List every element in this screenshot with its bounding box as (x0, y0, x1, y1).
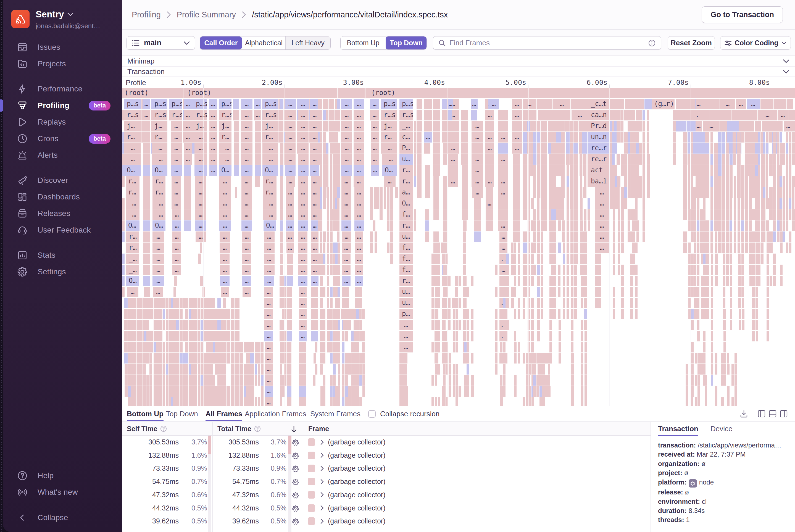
flame-bar[interactable] (694, 309, 697, 319)
flame-bar[interactable] (786, 132, 788, 142)
flame-bar[interactable] (143, 364, 146, 375)
flame-bar[interactable] (280, 221, 283, 231)
flame-bar[interactable] (345, 386, 348, 397)
flame-bar[interactable] (234, 320, 237, 330)
flame-bar[interactable] (548, 143, 551, 154)
flame-bar[interactable] (240, 342, 243, 353)
flame-bar[interactable] (189, 320, 191, 330)
flame-bar[interactable] (191, 386, 194, 397)
flame-bar[interactable] (513, 187, 520, 198)
flame-bar[interactable] (133, 320, 136, 330)
flame-bar[interactable]: j… (262, 121, 278, 132)
flame-bar[interactable] (198, 375, 200, 386)
flame-bar[interactable] (635, 309, 638, 319)
flame-bar[interactable] (185, 320, 188, 330)
flame-bar[interactable]: … (152, 253, 164, 264)
flame-bar[interactable] (261, 397, 264, 406)
flame-bar[interactable]: … (485, 110, 494, 120)
flame-bar[interactable] (523, 287, 527, 297)
flame-bar[interactable]: … (399, 320, 413, 330)
flame-bar[interactable] (341, 309, 345, 319)
flame-bar[interactable] (144, 243, 150, 253)
flame-bar[interactable] (443, 298, 447, 308)
flame-bar[interactable] (246, 342, 250, 353)
flame-bar[interactable] (745, 221, 748, 231)
flame-bar[interactable] (558, 243, 561, 253)
flame-bar[interactable] (452, 298, 455, 308)
flame-bar[interactable] (613, 221, 615, 231)
flame-bar[interactable] (156, 364, 160, 375)
flame-bar[interactable] (169, 298, 171, 308)
flame-bar[interactable] (718, 221, 721, 231)
flame-bar[interactable] (777, 221, 779, 231)
flame-bar[interactable] (320, 253, 323, 264)
flame-bar[interactable] (711, 342, 713, 353)
flame-bar[interactable] (537, 143, 540, 154)
flame-bar[interactable]: … (736, 99, 746, 109)
flame-bar[interactable] (758, 165, 760, 176)
flame-bar[interactable]: (root) (122, 88, 183, 98)
flame-bar[interactable] (779, 143, 782, 154)
flame-bar[interactable] (330, 176, 332, 187)
flame-bar[interactable] (149, 375, 152, 386)
flame-bar[interactable] (169, 364, 171, 375)
tab-all-frames[interactable]: All Frames (206, 406, 242, 421)
flame-bar[interactable] (551, 187, 556, 198)
flame-bar[interactable] (144, 287, 150, 297)
flame-bar[interactable] (559, 320, 561, 330)
flame-bar[interactable] (201, 298, 203, 308)
flame-bar[interactable]: … (219, 221, 231, 231)
flame-bar[interactable] (632, 121, 635, 132)
flame-bar[interactable] (705, 253, 709, 264)
flame-bar[interactable] (632, 110, 635, 120)
flame-bar[interactable] (639, 154, 642, 165)
flame-bar[interactable] (722, 231, 725, 242)
flame-bar[interactable] (714, 154, 718, 165)
flame-bar[interactable] (163, 298, 165, 308)
flame-bar[interactable] (176, 298, 179, 308)
flame-bar[interactable] (559, 331, 561, 341)
flame-bar[interactable] (698, 353, 700, 363)
flame-bar[interactable] (541, 187, 543, 198)
flame-bar[interactable] (435, 309, 437, 319)
flame-bar[interactable] (571, 309, 573, 319)
flame-bar[interactable]: … (371, 121, 379, 132)
flame-bar[interactable] (495, 331, 497, 341)
flame-bar[interactable] (756, 287, 758, 297)
flame-bar[interactable] (621, 209, 624, 220)
flame-bar[interactable] (474, 209, 481, 220)
flame-bar[interactable] (201, 331, 203, 341)
flame-bar[interactable] (338, 298, 340, 308)
flame-bar[interactable] (323, 320, 325, 330)
flame-bar[interactable]: … (265, 397, 273, 406)
flame-bar[interactable] (749, 165, 752, 176)
flame-bar[interactable] (443, 342, 446, 353)
flame-bar[interactable] (551, 176, 556, 187)
flame-bar[interactable] (342, 88, 365, 98)
flame-bar[interactable] (122, 221, 125, 231)
flame-bar[interactable] (455, 287, 458, 297)
flame-bar[interactable] (730, 209, 732, 220)
flame-bar[interactable] (580, 176, 582, 187)
flame-bar[interactable] (585, 331, 587, 341)
flame-bar[interactable] (176, 331, 179, 341)
flame-bar[interactable] (345, 309, 348, 319)
flame-bar[interactable]: … (758, 110, 777, 120)
flame-bar[interactable] (738, 243, 740, 253)
flame-bar[interactable] (752, 309, 755, 319)
flame-bar[interactable] (752, 154, 755, 165)
flame-bar[interactable] (329, 110, 332, 120)
flame-bar[interactable] (330, 298, 333, 308)
flame-bar[interactable]: … (472, 121, 483, 132)
flame-bar[interactable] (537, 165, 540, 176)
flame-bar[interactable] (146, 320, 149, 330)
flame-bar[interactable] (631, 99, 644, 109)
flame-bar[interactable] (330, 353, 333, 363)
flame-bar[interactable]: … (341, 221, 352, 231)
flame-bar[interactable] (443, 320, 446, 330)
flame-bar[interactable] (327, 309, 330, 319)
flame-bar[interactable] (471, 353, 473, 363)
flame-bar[interactable]: f… (399, 253, 413, 264)
flame-bar[interactable] (433, 121, 440, 132)
flame-bar[interactable] (621, 276, 624, 286)
